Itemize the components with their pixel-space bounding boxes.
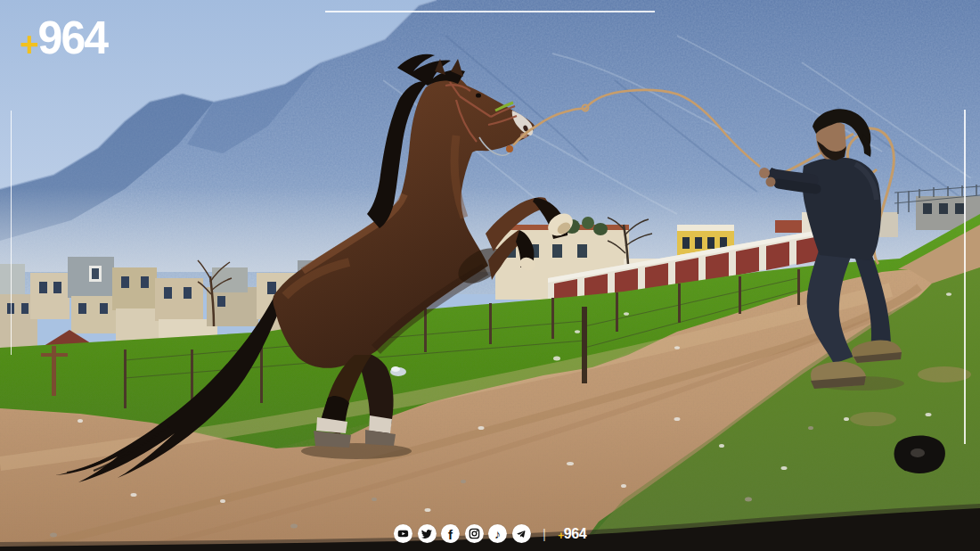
telegram-icon — [511, 524, 530, 543]
photo-card: + 964 f ♪ | + 964 — [0, 0, 980, 551]
dark-object — [894, 436, 945, 473]
frame-line-left — [11, 111, 12, 355]
horse-eye — [476, 93, 481, 97]
facebook-glyph: f — [448, 528, 453, 541]
footer-divider: | — [543, 526, 546, 541]
tiktok-glyph: ♪ — [494, 528, 501, 540]
footer-brand-number: 964 — [564, 527, 586, 541]
frame-line-top — [325, 11, 655, 12]
instagram-icon — [464, 524, 483, 543]
brand-plus-glyph: + — [20, 27, 37, 62]
tiktok-icon: ♪ — [488, 524, 507, 543]
frame-line-right — [964, 110, 966, 444]
twitter-icon — [417, 524, 436, 543]
youtube-icon — [394, 524, 412, 543]
horse-training-photo — [0, 0, 980, 551]
brand-number: 964 — [38, 16, 107, 62]
footer-social-bar: f ♪ | + 964 — [394, 524, 586, 543]
facebook-icon: f — [441, 524, 460, 543]
brand-logo: + 964 — [20, 16, 107, 61]
footer-brand-logo: + 964 — [558, 527, 586, 541]
